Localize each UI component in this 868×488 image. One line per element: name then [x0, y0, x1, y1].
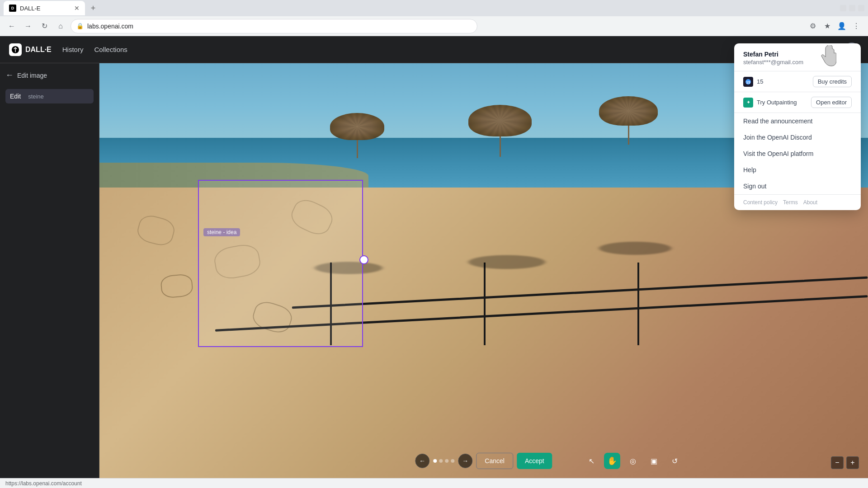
dropdown-item-platform[interactable]: Visit the OpenAI platform: [734, 145, 861, 162]
umbrella3: [599, 96, 658, 145]
zoom-controls: − +: [831, 456, 859, 469]
umbrella1: [330, 113, 384, 158]
address-bar[interactable]: 🔒 labs.openai.com: [71, 19, 477, 33]
sidebar: ← Edit image Edit steine: [0, 63, 99, 478]
refresh-tool-btn[interactable]: ↺: [666, 453, 683, 469]
post3: [637, 263, 639, 346]
umbrella-pole3: [628, 126, 629, 145]
dot-2: [439, 459, 443, 463]
umbrella2: [468, 105, 532, 157]
browser-toolbar: ← → ↻ ⌂ 🔒 labs.openai.com ⚙ ★ 👤 ⋮: [0, 16, 868, 36]
sidebar-edit-item[interactable]: Edit steine: [5, 89, 94, 103]
user-dropdown-menu: Stefan Petri stefanst***@gmail.com 15 15…: [734, 43, 861, 210]
close-btn[interactable]: [858, 5, 864, 11]
new-tab-button[interactable]: +: [87, 2, 99, 14]
forward-navigation-btn[interactable]: →: [22, 20, 34, 33]
selection-handle[interactable]: [359, 255, 368, 264]
dropdown-footer: Content policy Terms About: [734, 194, 861, 210]
next-btn[interactable]: →: [458, 454, 472, 468]
logo-text: DALL·E: [25, 46, 52, 54]
zoom-minus-btn[interactable]: −: [831, 456, 844, 469]
umbrella2-texture: [468, 105, 532, 136]
nav-history[interactable]: History: [62, 46, 84, 53]
extensions-btn[interactable]: ⚙: [807, 20, 819, 33]
tool-icon-bar: ↖ ✋ ◎ ▣ ↺: [583, 453, 683, 469]
bottom-action-bar: ← → Cancel Accept: [415, 453, 552, 469]
dropdown-email: stefanst***@gmail.com: [743, 59, 852, 66]
browser-titlebar: D DALL-E ✕ +: [0, 0, 868, 16]
dropdown-item-discord[interactable]: Join the OpenAI Discord: [734, 129, 861, 145]
dropdown-header: Stefan Petri stefanst***@gmail.com: [734, 43, 861, 71]
credits-icon: 15: [743, 77, 753, 87]
home-btn[interactable]: ⌂: [54, 20, 67, 33]
outpainting-label: Try Outpainting: [757, 99, 797, 106]
browser-tab[interactable]: D DALL-E ✕: [4, 1, 85, 15]
back-to-gallery-btn[interactable]: ← Edit image: [5, 70, 94, 80]
stone4: [160, 273, 193, 299]
dropdown-credits-row: 15 15 Buy credits: [734, 71, 861, 92]
minimize-btn[interactable]: [840, 5, 846, 11]
back-navigation-btn[interactable]: ←: [5, 20, 18, 33]
footer-about[interactable]: About: [803, 199, 817, 206]
hand-tool-btn[interactable]: ✋: [604, 453, 620, 469]
cancel-btn[interactable]: Cancel: [476, 453, 513, 469]
tab-title: DALL-E: [20, 5, 71, 12]
logo-icon: [9, 43, 22, 56]
tab-favicon: D: [9, 5, 16, 12]
dot-1: [433, 459, 437, 463]
prev-btn[interactable]: ←: [415, 454, 429, 468]
shadow3: [599, 242, 671, 255]
post2: [484, 263, 486, 346]
outpainting-row: ✦ Try Outpainting Open editor: [734, 92, 861, 113]
profile-btn[interactable]: 👤: [835, 20, 848, 33]
svg-text:15: 15: [746, 80, 750, 84]
prompt-suffix: - idea: [223, 229, 236, 235]
prompt-text: steine: [207, 229, 222, 235]
edit-label: Edit: [10, 93, 21, 100]
nav-collections[interactable]: Collections: [94, 46, 127, 53]
prompt-preview: steine: [28, 93, 44, 100]
footer-content-policy[interactable]: Content policy: [743, 199, 778, 206]
dot-4: [451, 459, 454, 463]
dot-3: [445, 459, 448, 463]
credits-count: 15: [757, 78, 763, 85]
status-url: https://labs.openai.com/account: [5, 480, 82, 487]
shadow2: [468, 255, 545, 269]
zoom-plus-btn[interactable]: +: [846, 456, 859, 469]
rect-tool-btn[interactable]: ▣: [646, 453, 662, 469]
more-tools-btn[interactable]: ⋮: [850, 20, 863, 33]
status-bar: https://labs.openai.com/account: [0, 478, 868, 488]
maximize-btn[interactable]: [849, 5, 855, 11]
lasso-tool-btn[interactable]: ◎: [625, 453, 641, 469]
umbrella-pole2: [500, 136, 501, 157]
outpainting-info: ✦ Try Outpainting: [743, 98, 797, 108]
open-editor-btn[interactable]: Open editor: [811, 97, 852, 108]
lock-icon: 🔒: [76, 23, 84, 29]
umbrella-pole1: [357, 140, 358, 158]
dropdown-username: Stefan Petri: [743, 51, 852, 58]
dropdown-item-announcement[interactable]: Read the announcement: [734, 113, 861, 129]
selection-box: [198, 180, 363, 347]
bookmark-btn[interactable]: ★: [821, 20, 834, 33]
accept-btn[interactable]: Accept: [517, 453, 552, 469]
back-icon: ←: [5, 70, 14, 80]
browser-toolbar-actions: ⚙ ★ 👤 ⋮: [807, 20, 863, 33]
select-tool-btn[interactable]: ↖: [583, 453, 599, 469]
url-text: labs.openai.com: [87, 23, 133, 30]
reload-btn[interactable]: ↻: [38, 20, 51, 33]
dot-indicators: [433, 459, 454, 463]
back-label: Edit image: [17, 72, 47, 79]
credits-info: 15 15: [743, 77, 763, 87]
dropdown-item-signout[interactable]: Sign out: [734, 178, 861, 194]
app-logo: DALL·E: [9, 43, 52, 56]
tab-close-btn[interactable]: ✕: [74, 5, 80, 12]
umbrella3-texture: [599, 96, 658, 126]
umbrella-texture: [330, 113, 384, 140]
footer-terms[interactable]: Terms: [783, 199, 798, 206]
prompt-overlay: steine - idea: [203, 228, 240, 236]
buy-credits-btn[interactable]: Buy credits: [813, 76, 852, 87]
stone1: [135, 212, 177, 248]
dropdown-item-help[interactable]: Help: [734, 162, 861, 178]
outpainting-icon: ✦: [743, 98, 753, 108]
